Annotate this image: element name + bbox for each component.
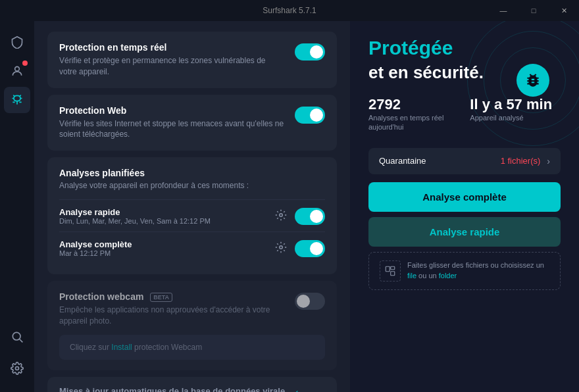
updates-section: Mises à jour automatiques de la base de … (47, 377, 337, 392)
quarantine-chevron-icon: › (547, 156, 550, 166)
scan-count-label: Analyses en temps réel aujourd'hui (368, 113, 443, 132)
quarantine-value: 1 fichier(s) (501, 156, 541, 166)
web-protection-section: Protection Web Vérifie les sites Interne… (47, 95, 337, 151)
quarantine-label: Quarantaine (379, 156, 426, 166)
quick-scan-edit-icon[interactable] (275, 209, 288, 222)
webcam-row: Protection webcam BETA Empêche les appli… (59, 291, 325, 327)
install-link[interactable]: Install (111, 343, 132, 352)
svg-point-0 (15, 66, 20, 71)
quick-scan-content: Analyse rapide Dim, Lun, Mar, Mer, Jeu, … (59, 207, 275, 225)
svg-point-5 (280, 246, 283, 249)
web-protection-row: Protection Web Vérifie les sites Interne… (59, 105, 325, 141)
status-title: Protégée (368, 37, 561, 59)
drop-folder-link[interactable]: folder (439, 272, 457, 280)
bug-center-icon (516, 64, 549, 97)
sidebar-item-bug[interactable] (4, 87, 30, 113)
web-protection-content: Protection Web Vérifie les sites Interne… (59, 105, 295, 141)
realtime-protection-content: Protection en temps réel Vérifie et prot… (59, 42, 295, 78)
minimize-button[interactable]: — (488, 0, 518, 21)
svg-rect-7 (391, 266, 395, 270)
web-protection-title: Protection Web (59, 105, 284, 116)
settings-panel: Protection en temps réel Vérifie et prot… (34, 21, 350, 392)
web-protection-desc: Vérifie les sites Internet et stoppe les… (59, 118, 284, 141)
install-text: Cliquez sur (70, 343, 111, 352)
updates-title: Mises à jour automatiques de la base de … (59, 386, 285, 392)
window-controls: — □ ✕ (488, 0, 579, 21)
last-scan-stat: Il y a 57 min Appareil analysé (470, 96, 552, 132)
realtime-protection-toggle[interactable] (295, 43, 325, 61)
scheduled-analyses-section: Analyses planifiées Analyse votre appare… (47, 157, 337, 274)
full-scan-title: Analyse complète (59, 239, 275, 249)
webcam-content: Protection webcam BETA Empêche les appli… (59, 291, 295, 327)
quick-scan-toggle[interactable] (295, 208, 325, 225)
web-protection-toggle[interactable] (295, 107, 325, 124)
quick-scan-row: Analyse rapide Dim, Lun, Mar, Mer, Jeu, … (59, 199, 325, 232)
app-title: Surfshark 5.7.1 (263, 6, 316, 15)
full-scan-schedule: Mar à 12:12 PM (59, 249, 275, 257)
realtime-protection-title: Protection en temps réel (59, 42, 284, 53)
drop-zone[interactable]: Faites glisser des fichiers ou choisisse… (368, 252, 561, 290)
drop-zone-text: Faites glisser des fichiers ou choisisse… (407, 260, 549, 281)
quick-scan-title: Analyse rapide (59, 207, 275, 217)
svg-point-3 (16, 367, 19, 370)
install-box: Cliquez sur Install protection Webcam (59, 335, 325, 360)
webcam-section: Protection webcam BETA Empêche les appli… (47, 281, 337, 370)
sidebar-item-search[interactable] (4, 324, 30, 350)
quick-scan-controls (275, 207, 325, 225)
sidebar-item-settings[interactable] (4, 355, 30, 381)
webcam-toggle[interactable] (295, 293, 325, 310)
scan-count-value: 2792 (368, 96, 443, 113)
svg-point-4 (280, 214, 283, 217)
svg-rect-6 (386, 266, 390, 272)
full-scan-row: Analyse complète Mar à 12:12 PM (59, 232, 325, 264)
install-suffix: protection Webcam (132, 343, 203, 352)
realtime-protection-desc: Vérifie et protège en permanence les zon… (59, 55, 284, 78)
drop-zone-icon (380, 260, 401, 282)
quick-scan-schedule: Dim, Lun, Mar, Mer, Jeu, Ven, Sam à 12:1… (59, 217, 275, 225)
svg-rect-8 (391, 271, 395, 275)
full-scan-toggle[interactable] (295, 240, 325, 257)
sidebar (0, 21, 34, 392)
sidebar-item-user[interactable] (4, 58, 30, 84)
svg-line-2 (20, 339, 23, 343)
webcam-title: Protection webcam BETA (59, 291, 284, 302)
full-scan-content: Analyse complète Mar à 12:12 PM (59, 239, 275, 257)
user-badge (22, 61, 28, 66)
full-scan-controls (275, 239, 325, 257)
beta-badge: BETA (150, 293, 172, 302)
titlebar: Surfshark 5.7.1 — □ ✕ (0, 0, 579, 21)
close-button[interactable]: ✕ (549, 0, 579, 21)
main-panel: Protection en temps réel Vérifie et prot… (34, 21, 579, 392)
maximize-button[interactable]: □ (518, 0, 549, 21)
sidebar-item-shield[interactable] (4, 29, 30, 55)
updates-content: Mises à jour automatiques de la base de … (59, 386, 285, 392)
quick-scan-button[interactable]: Analyse rapide (368, 217, 561, 247)
last-scan-label: Appareil analysé (470, 113, 552, 122)
last-scan-value: Il y a 57 min (470, 96, 552, 113)
realtime-protection-row: Protection en temps réel Vérifie et prot… (59, 42, 325, 78)
stats-row: 2792 Analyses en temps réel aujourd'hui … (368, 96, 561, 132)
app-layout: Protection en temps réel Vérifie et prot… (0, 21, 579, 392)
svg-point-1 (13, 332, 20, 340)
realtime-protection-section: Protection en temps réel Vérifie et prot… (47, 32, 337, 88)
scan-count-stat: 2792 Analyses en temps réel aujourd'hui (368, 96, 443, 132)
scheduled-title: Analyses planifiées (59, 168, 325, 178)
drop-file-link[interactable]: file (407, 272, 416, 280)
full-scan-edit-icon[interactable] (275, 241, 288, 255)
webcam-desc: Empêche les applications non approuvées … (59, 305, 284, 327)
full-scan-button[interactable]: Analyse complète (368, 182, 561, 212)
scheduled-desc: Analyse votre appareil en profondeur à c… (59, 181, 325, 190)
right-panel: Protégée et en sécurité. 2792 Analyses e… (350, 21, 579, 392)
